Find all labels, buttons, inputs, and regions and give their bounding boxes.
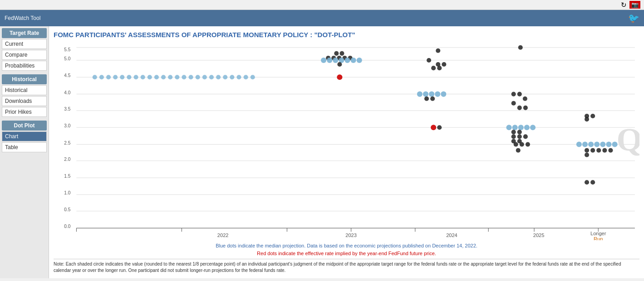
svg-point-99: [511, 101, 516, 106]
svg-point-64: [334, 51, 339, 56]
svg-point-107: [511, 130, 516, 134]
svg-text:6.0: 6.0: [64, 42, 70, 43]
svg-point-62: [244, 75, 248, 79]
svg-point-47: [141, 75, 145, 79]
svg-point-128: [606, 142, 611, 147]
svg-point-84: [431, 66, 436, 70]
svg-text:5.5: 5.5: [64, 47, 70, 52]
svg-point-85: [437, 66, 442, 70]
svg-point-135: [585, 153, 589, 157]
svg-point-40: [93, 75, 97, 79]
svg-text:5.0: 5.0: [64, 56, 70, 61]
svg-point-106: [530, 125, 536, 130]
svg-point-115: [520, 142, 524, 147]
app-title: FedWatch Tool: [5, 15, 40, 21]
svg-point-63: [251, 75, 255, 79]
svg-point-110: [517, 134, 522, 139]
svg-text:4.0: 4.0: [64, 90, 70, 95]
sidebar-item-table[interactable]: Table: [2, 142, 47, 152]
svg-point-130: [585, 148, 589, 153]
svg-point-108: [517, 130, 522, 134]
svg-point-90: [441, 92, 446, 97]
svg-point-65: [339, 51, 344, 56]
svg-text:2022: 2022: [217, 233, 229, 238]
svg-point-77: [357, 58, 362, 63]
svg-point-89: [435, 92, 440, 97]
svg-point-53: [182, 75, 186, 79]
sidebar-item-downloads[interactable]: Downloads: [2, 96, 47, 106]
svg-point-122: [590, 180, 595, 184]
svg-text:Run: Run: [594, 236, 603, 240]
svg-point-120: [585, 117, 589, 121]
chart-caption: Blue dots indicate the median projection…: [54, 242, 639, 257]
svg-point-124: [582, 142, 588, 147]
sidebar-item-chart[interactable]: Chart: [2, 131, 47, 141]
svg-point-80: [436, 48, 440, 53]
svg-point-46: [134, 75, 138, 79]
svg-point-59: [223, 75, 227, 79]
sidebar-item-probabilities[interactable]: Probabilities: [2, 61, 47, 71]
svg-point-132: [596, 148, 601, 153]
svg-point-56: [202, 75, 207, 79]
dot-plot-section[interactable]: Dot Plot: [2, 121, 47, 131]
screenshot-icon[interactable]: 📷: [629, 1, 640, 9]
svg-point-75: [344, 58, 350, 63]
svg-text:4.5: 4.5: [64, 73, 70, 78]
svg-point-49: [154, 75, 159, 79]
target-rate-section[interactable]: Target Rate: [2, 28, 47, 38]
svg-text:1.5: 1.5: [64, 174, 70, 179]
svg-point-81: [427, 58, 431, 63]
sidebar-item-current[interactable]: Current: [2, 39, 47, 49]
svg-point-44: [120, 75, 124, 79]
twitter-icon[interactable]: 🐦: [628, 13, 639, 24]
svg-point-111: [523, 134, 528, 139]
svg-point-105: [524, 125, 530, 130]
svg-point-123: [576, 142, 582, 147]
svg-text:2024: 2024: [446, 233, 457, 238]
sidebar-item-compare[interactable]: Compare: [2, 50, 47, 60]
dot-plot-chart: 0.0 0.5 1.0 1.5 2.0 2.5 3.0 3.5 4.0 4.5 …: [54, 42, 639, 240]
svg-point-72: [327, 58, 332, 63]
svg-text:Longer: Longer: [590, 231, 606, 236]
svg-point-121: [585, 180, 589, 184]
svg-point-87: [423, 92, 428, 97]
svg-point-92: [430, 97, 435, 101]
svg-point-57: [209, 75, 214, 79]
svg-point-43: [113, 75, 118, 79]
svg-point-83: [442, 62, 446, 67]
svg-point-55: [196, 75, 200, 79]
sidebar-item-prior-hikes[interactable]: Prior Hikes: [2, 107, 47, 117]
svg-text:2023: 2023: [345, 233, 357, 238]
svg-point-125: [588, 142, 594, 147]
chart-title: FOMC PARTICIPANTS' ASSESSMENTS OF APPROP…: [54, 31, 639, 39]
svg-text:Q: Q: [617, 121, 639, 158]
svg-text:2025: 2025: [533, 233, 545, 238]
svg-point-98: [523, 97, 527, 101]
svg-point-134: [608, 148, 613, 153]
svg-point-91: [424, 97, 429, 101]
svg-point-104: [518, 125, 524, 130]
svg-point-58: [216, 75, 221, 79]
svg-point-60: [230, 75, 234, 79]
svg-text:3.5: 3.5: [64, 107, 70, 111]
chart-footnote: Note: Each shaded circle indicates the v…: [54, 259, 639, 274]
svg-point-119: [590, 114, 595, 118]
svg-point-131: [590, 148, 595, 153]
svg-point-94: [437, 125, 442, 130]
svg-point-117: [516, 148, 521, 153]
svg-point-100: [517, 106, 522, 110]
svg-point-45: [127, 75, 131, 79]
historical-section[interactable]: Historical: [2, 74, 47, 84]
svg-point-78: [337, 62, 342, 67]
sidebar-item-historical[interactable]: Historical: [2, 85, 47, 95]
svg-point-71: [321, 58, 326, 63]
svg-point-102: [506, 125, 511, 130]
svg-point-73: [333, 58, 338, 63]
reload-icon[interactable]: ↻: [621, 1, 627, 9]
svg-text:0.5: 0.5: [64, 207, 70, 212]
svg-point-42: [106, 75, 111, 79]
svg-text:2.5: 2.5: [64, 140, 70, 145]
svg-text:3.0: 3.0: [64, 123, 70, 128]
svg-point-127: [600, 142, 605, 147]
svg-point-48: [147, 75, 152, 79]
